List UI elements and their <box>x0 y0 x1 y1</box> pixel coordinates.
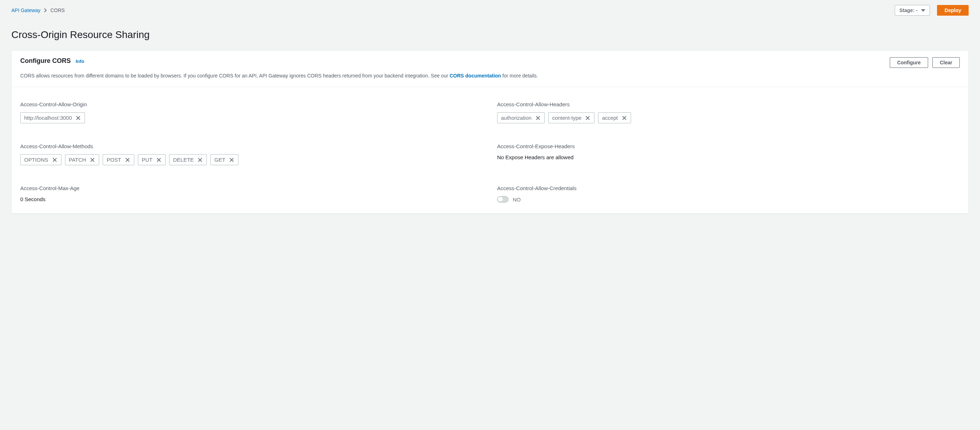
token-label: accept <box>602 115 617 121</box>
allow-origin-tokens: http://localhost:3000 <box>20 112 483 123</box>
panel-description-suffix: for more details. <box>501 73 538 78</box>
field-allow-origin: Access-Control-Allow-Origin http://local… <box>20 101 483 123</box>
expose-headers-empty: No Expose Headers are allowed <box>497 154 960 160</box>
token: authorization <box>497 112 545 123</box>
field-label: Access-Control-Allow-Origin <box>20 101 483 107</box>
panel-title: Configure CORS <box>20 57 71 65</box>
allow-credentials-value: NO <box>513 196 521 202</box>
token: PUT <box>138 154 165 165</box>
field-allow-credentials: Access-Control-Allow-Credentials NO <box>497 185 960 202</box>
caret-down-icon <box>921 9 925 12</box>
configure-button[interactable]: Configure <box>890 57 928 68</box>
close-icon[interactable] <box>52 157 57 163</box>
field-allow-methods: Access-Control-Allow-Methods OPTIONSPATC… <box>20 143 483 165</box>
configure-cors-panel: Configure CORS Info Configure Clear CORS… <box>11 51 969 213</box>
panel-description-prefix: CORS allows resources from different dom… <box>20 73 450 78</box>
cors-documentation-link[interactable]: CORS documentation <box>450 73 501 78</box>
token: GET <box>210 154 239 165</box>
token-label: content-type <box>552 115 582 121</box>
field-label: Access-Control-Expose-Headers <box>497 143 960 149</box>
field-max-age: Access-Control-Max-Age 0 Seconds <box>20 185 483 202</box>
close-icon[interactable] <box>125 157 130 163</box>
token: accept <box>598 112 631 123</box>
breadcrumb-current: CORS <box>51 8 65 13</box>
allow-methods-tokens: OPTIONSPATCHPOSTPUTDELETEGET <box>20 154 483 165</box>
close-icon[interactable] <box>197 157 203 163</box>
token-label: POST <box>107 157 121 163</box>
panel-description: CORS allows resources from different dom… <box>12 68 968 87</box>
field-expose-headers: Access-Control-Expose-Headers No Expose … <box>497 143 960 165</box>
token: PATCH <box>65 154 100 165</box>
token-label: PATCH <box>69 157 86 163</box>
close-icon[interactable] <box>89 157 95 163</box>
token-label: authorization <box>501 115 531 121</box>
info-link[interactable]: Info <box>76 59 84 64</box>
field-allow-headers: Access-Control-Allow-Headers authorizati… <box>497 101 960 123</box>
token-label: DELETE <box>173 157 194 163</box>
deploy-button[interactable]: Deploy <box>937 5 969 16</box>
page-title: Cross-Origin Resource Sharing <box>11 29 969 40</box>
breadcrumb: API Gateway CORS <box>11 8 65 13</box>
token: http://localhost:3000 <box>20 112 85 123</box>
token-label: OPTIONS <box>24 157 48 163</box>
field-label: Access-Control-Allow-Headers <box>497 101 960 107</box>
close-icon[interactable] <box>535 115 541 121</box>
token-label: PUT <box>142 157 153 163</box>
toggle-knob <box>498 197 503 202</box>
allow-credentials-toggle[interactable] <box>497 196 509 202</box>
close-icon[interactable] <box>156 157 162 163</box>
close-icon[interactable] <box>75 115 81 121</box>
stage-select-label: Stage: - <box>899 8 918 13</box>
field-label: Access-Control-Allow-Credentials <box>497 185 960 191</box>
field-label: Access-Control-Max-Age <box>20 185 483 191</box>
clear-button[interactable]: Clear <box>932 57 960 68</box>
max-age-value: 0 Seconds <box>20 196 483 202</box>
close-icon[interactable] <box>585 115 590 121</box>
breadcrumb-root-link[interactable]: API Gateway <box>11 8 40 13</box>
token: OPTIONS <box>20 154 62 165</box>
field-label: Access-Control-Allow-Methods <box>20 143 483 149</box>
token: DELETE <box>169 154 207 165</box>
chevron-right-icon <box>43 8 48 13</box>
allow-headers-tokens: authorizationcontent-typeaccept <box>497 112 960 123</box>
token-label: http://localhost:3000 <box>24 115 72 121</box>
token: content-type <box>548 112 595 123</box>
close-icon[interactable] <box>622 115 627 121</box>
close-icon[interactable] <box>229 157 234 163</box>
stage-select[interactable]: Stage: - <box>895 5 930 16</box>
token-label: GET <box>214 157 225 163</box>
token: POST <box>103 154 134 165</box>
